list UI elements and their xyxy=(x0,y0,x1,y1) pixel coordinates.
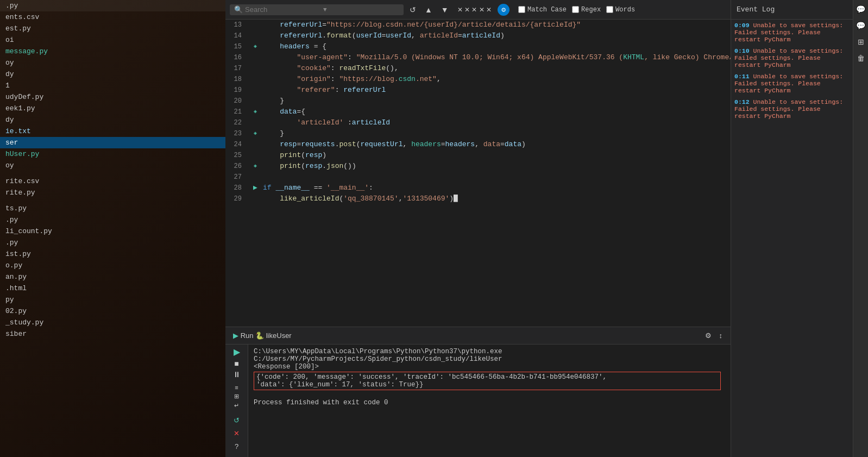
line-code-21: data={ xyxy=(261,107,731,117)
line-number-13: 13 xyxy=(225,20,250,30)
sidebar-item-html[interactable]: .html xyxy=(0,283,225,294)
run-help-button[interactable]: ? xyxy=(229,440,244,453)
terminal-line-3: <Response [200]> xyxy=(254,363,725,371)
sidebar-item-licountpy[interactable]: li_count.py xyxy=(0,226,225,237)
sidebar-item-py[interactable]: .py xyxy=(0,0,225,11)
line-code-20: } xyxy=(261,96,731,107)
run-scroll-button[interactable]: ≡ xyxy=(229,384,244,391)
line-code-29: like_articleId('qq_38870145','131350469'… xyxy=(261,193,731,204)
sidebar-item-anpy[interactable]: an.py xyxy=(0,271,225,283)
sidebar-item-estpy[interactable]: est.py xyxy=(0,23,225,34)
sidebar-item-opy[interactable]: o.py xyxy=(0,260,225,271)
run-play-button[interactable]: ▶ xyxy=(229,347,244,357)
run-pause-button[interactable]: ⏸ xyxy=(229,370,244,379)
event-log-icon-strip: 💬 💬 ⊞ 🗑 xyxy=(853,0,868,457)
terminal-line-space xyxy=(254,391,725,399)
sidebar-item-1[interactable]: 1 xyxy=(0,80,225,91)
words-label: Words xyxy=(615,6,635,14)
match-case-label: Match Case xyxy=(527,6,567,14)
event-log-body: 0:09 Unable to save settings: Failed set… xyxy=(731,20,853,457)
run-stop-button[interactable]: ■ xyxy=(229,359,244,368)
code-line-16: 16 "user-agent": "Mozilla/5.0 (Windows N… xyxy=(225,52,731,63)
sidebar-item-py4[interactable]: py xyxy=(0,294,225,305)
event-log-title: Event Log xyxy=(737,5,775,14)
line-code-15: headers = { xyxy=(261,41,731,52)
code-line-29: 29 like_articleId('qq_38870145','1313504… xyxy=(225,193,731,204)
sidebar-item-tspy[interactable]: ts.py xyxy=(0,203,225,214)
words-option[interactable]: Words xyxy=(606,6,635,14)
event-time-1: 0:09 xyxy=(734,22,750,29)
terminal-settings-button[interactable]: ⚙ xyxy=(702,330,714,341)
settings-icon[interactable]: ⚙ xyxy=(498,4,510,16)
terminal-response-box: {'code': 200, 'message': 'success', 'tra… xyxy=(254,372,721,390)
code-line-23: 23 ◈ } xyxy=(225,128,731,139)
match-case-option[interactable]: Match Case xyxy=(518,6,567,14)
sidebar-item-studypy[interactable]: _study.py xyxy=(0,317,225,328)
code-line-25: 25 print(resp) xyxy=(225,150,731,161)
run-icon: ▶ xyxy=(233,331,238,340)
sidebar-item-messagepy[interactable]: message.py xyxy=(0,46,225,57)
search-up-button[interactable]: ▲ xyxy=(422,4,435,15)
sidebar-item-ritecsv[interactable]: rite.csv xyxy=(0,176,225,187)
sidebar-item-ritepy[interactable]: rite.py xyxy=(0,187,225,198)
regex-checkbox[interactable] xyxy=(572,6,579,13)
terminal-sidebar: ▶ ■ ⏸ ≡ ⊞ ↵ ↺ ✕ ? xyxy=(225,345,248,457)
event-log-icon-4[interactable]: 🗑 xyxy=(855,52,867,64)
line-code-24: resp=requests.post(requestUrl, headers=h… xyxy=(261,139,731,150)
sidebar-item-dy2[interactable]: dy xyxy=(0,114,225,126)
search-down-button[interactable]: ▼ xyxy=(438,4,451,15)
event-item-4: 0:12 Unable to save settings: Failed set… xyxy=(734,98,850,120)
snake-icon: 🐍 xyxy=(255,331,264,340)
sidebar-item-siber[interactable]: siber xyxy=(0,328,225,340)
line-code-23: } xyxy=(261,128,731,139)
sidebar-item-dy[interactable]: dy xyxy=(0,68,225,80)
line-code-28: if __name__ == '__main__': xyxy=(261,183,731,193)
terminal-output[interactable]: C:\Users\MY\AppData\Local\Programs\Pytho… xyxy=(248,345,731,457)
match-case-checkbox[interactable] xyxy=(518,6,525,13)
sidebar-item-py2[interactable]: .py xyxy=(0,214,225,226)
regex-option[interactable]: Regex xyxy=(572,6,601,14)
sidebar-item-entscsv[interactable]: ents.csv xyxy=(0,11,225,23)
sidebar-item-istpy[interactable]: ist.py xyxy=(0,248,225,260)
terminal-minimize-button[interactable]: ↕ xyxy=(716,330,726,341)
sidebar-item-02py[interactable]: 02.py xyxy=(0,305,225,317)
line-code-18: "origin": "https://blog.csdn.net", xyxy=(261,74,731,85)
event-time-4: 0:12 xyxy=(734,98,750,105)
sidebar-item-eek1py[interactable]: eek1.py xyxy=(0,103,225,114)
sidebar-item-py3[interactable]: .py xyxy=(0,237,225,248)
sidebar-item-oy2[interactable]: oy xyxy=(0,160,225,171)
sidebar-item-space1 xyxy=(0,171,225,176)
event-log-icon-3[interactable]: ⊞ xyxy=(855,36,867,48)
sidebar-item-hUserpy[interactable]: hUser.py xyxy=(0,148,225,160)
code-line-20: 20 } xyxy=(225,96,731,107)
run-sync-button[interactable]: ↺ xyxy=(229,414,244,427)
run-delete-button[interactable]: ✕ xyxy=(229,427,244,440)
line-number-19: 19 xyxy=(225,85,250,96)
words-checkbox[interactable] xyxy=(606,6,613,13)
line-number-28: 28 xyxy=(225,183,250,193)
sidebar-item-ietxt[interactable]: ie.txt xyxy=(0,126,225,137)
run-filter-button[interactable]: ⊞ xyxy=(229,393,244,400)
sidebar-item-oy[interactable]: oy xyxy=(0,57,225,68)
event-log-icon-2[interactable]: 💬 xyxy=(855,20,867,32)
event-log-icon-1[interactable]: 💬 xyxy=(855,3,867,15)
line-number-17: 17 xyxy=(225,63,250,74)
search-input-wrapper[interactable]: 🔍 ▼ xyxy=(230,4,404,15)
sidebar-item-oi[interactable]: oi xyxy=(0,34,225,46)
run-label: Run xyxy=(241,331,254,340)
search-bar: 🔍 ▼ ↺ ▲ ▼ ✕ ✕ ✕ ✕ ✕ ⚙ Match Case Regex W… xyxy=(225,0,731,20)
search-close-button[interactable]: ✕ ✕ ✕ ✕ ✕ xyxy=(455,5,494,15)
search-refresh-button[interactable]: ↺ xyxy=(407,4,419,15)
line-code-25: print(resp) xyxy=(261,150,731,161)
code-editor[interactable]: 13 refererUrl="https://blog.csdn.net/{us… xyxy=(225,20,731,327)
line-code-16: "user-agent": "Mozilla/5.0 (Windows NT 1… xyxy=(261,52,731,63)
event-time-3: 0:11 xyxy=(734,73,750,80)
run-wrap-button[interactable]: ↵ xyxy=(229,402,244,409)
line-number-26: 26 xyxy=(225,161,250,172)
line-number-15: 15 xyxy=(225,41,250,52)
run-tab-button[interactable]: ▶ Run 🐍 likeUser xyxy=(231,331,294,340)
search-input[interactable] xyxy=(245,5,321,14)
sidebar-item-udydefpy[interactable]: udyDef.py xyxy=(0,91,225,103)
sidebar-item-ser[interactable]: ser xyxy=(0,137,225,148)
event-msg-3: Unable to save settings: Failed settings… xyxy=(734,73,843,94)
